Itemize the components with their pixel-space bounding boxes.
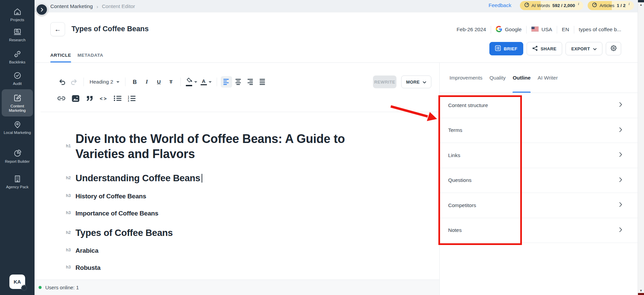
articles-value: 1 / 2 (617, 3, 626, 8)
target-keyword: types of coffee b... (579, 27, 621, 33)
export-label: EXPORT (571, 46, 590, 51)
breadcrumb-section[interactable]: Content Marketing (50, 3, 93, 9)
tab-outline[interactable]: Outline (513, 63, 530, 93)
chevron-right-icon (619, 227, 622, 234)
scroll-down-arrow[interactable]: ▼ (638, 289, 644, 292)
divider (491, 26, 491, 34)
sidebar-item-projects[interactable]: Projects (2, 7, 33, 22)
sidebar-item-audit[interactable]: Audit (2, 71, 33, 86)
section-content-structure[interactable]: Content structure (440, 93, 638, 118)
quote-icon (87, 96, 93, 101)
assistant-panel-tabs: Improvements Quality Outline AI Writer (440, 63, 638, 93)
caret-down-icon (209, 81, 212, 83)
brief-button[interactable]: BRIEF (489, 42, 523, 55)
section-terms[interactable]: Terms (440, 118, 638, 143)
share-button[interactable]: SHARE (527, 42, 562, 55)
info-icon[interactable]: i (578, 2, 579, 6)
section-label: Competitors (448, 202, 476, 208)
undo-icon (58, 79, 66, 85)
numbered-list-button[interactable]: 123 (126, 93, 138, 104)
settings-button[interactable] (606, 42, 621, 55)
section-label: Terms (448, 127, 462, 133)
sidebar-item-label: Backlinks (9, 60, 25, 64)
sidebar-item-backlinks[interactable]: Backlinks (2, 50, 33, 64)
doc-heading-text: Understanding Coffee Beans (75, 173, 200, 183)
ai-words-label: AI Words (532, 3, 550, 8)
export-button[interactable]: EXPORT (566, 42, 602, 55)
heading-tag-label: h3 (57, 192, 75, 200)
users-online-text: Users online: 1 (45, 285, 79, 290)
doc-heading-text: Dive Into the World of Coffee Beans: A G… (75, 131, 377, 161)
tab-article[interactable]: ARTICLE (50, 53, 71, 58)
more-button[interactable]: MORE (401, 76, 431, 88)
bold-button[interactable]: B (129, 76, 141, 88)
tab-ai-writer[interactable]: AI Writer (538, 63, 558, 93)
highlight-color-button[interactable] (184, 78, 199, 86)
back-button[interactable]: ← (50, 22, 65, 36)
editor-toolbar-row2: <> 123 (56, 92, 138, 104)
feedback-link[interactable]: Feedback (488, 2, 511, 8)
heading-style-select[interactable]: Heading 2 (88, 79, 121, 85)
divider (125, 78, 125, 86)
code-block-button[interactable]: <> (98, 93, 109, 104)
sidebar-item-label: Projects (10, 18, 24, 22)
underline-button[interactable]: U (153, 76, 165, 88)
usa-flag-icon (531, 27, 539, 33)
sidebar-expand-toggle[interactable] (36, 4, 48, 15)
scroll-up-arrow[interactable]: ▲ (638, 3, 644, 6)
sidebar-item-report-builder[interactable]: Report Builder (2, 149, 33, 164)
section-questions[interactable]: Questions (440, 168, 638, 193)
sidebar-item-content-marketing[interactable]: Content Marketing (2, 89, 33, 116)
page-title: Types of Coffee Beans (71, 25, 149, 33)
tab-metadata[interactable]: METADATA (77, 53, 103, 58)
align-left-button[interactable] (221, 76, 232, 88)
ai-words-badge[interactable]: AI Words 592 / 2,000 i (520, 1, 584, 10)
align-justify-icon (260, 79, 265, 85)
share-icon (532, 46, 538, 52)
redo-button[interactable] (68, 76, 80, 88)
rewrite-button[interactable]: REWRITE (373, 76, 396, 88)
blockquote-button[interactable] (84, 93, 95, 104)
divider (84, 78, 84, 86)
sidebar-item-label: Research (9, 38, 25, 42)
divider (526, 26, 527, 34)
tab-improvements[interactable]: Improvements (449, 63, 482, 93)
section-notes[interactable]: Notes (440, 218, 638, 243)
insert-link-button[interactable] (56, 93, 67, 104)
align-right-button[interactable] (245, 76, 256, 88)
align-justify-button[interactable] (257, 76, 268, 88)
current-text-color (201, 84, 207, 86)
caret-down-icon (194, 81, 197, 83)
user-avatar[interactable]: KA (9, 275, 25, 289)
article-date: Feb-26 2024 (457, 27, 486, 33)
sidebar-item-research[interactable]: Research (2, 28, 33, 42)
country-item: USA (531, 27, 552, 33)
align-center-icon (235, 79, 241, 85)
articles-badge[interactable]: Articles 1 / 2 i (588, 1, 634, 10)
settings-gear-icon[interactable] (20, 284, 28, 292)
chevron-right-icon (40, 7, 44, 12)
section-links[interactable]: Links (440, 143, 638, 168)
bullet-list-button[interactable] (112, 93, 123, 104)
sidebar-item-local-marketing[interactable]: Local Marketing (2, 120, 33, 135)
article-editor-body[interactable]: h1 Dive Into the World of Coffee Beans: … (57, 131, 386, 272)
scrollbar-thumb[interactable] (638, 0, 644, 2)
text-color-button[interactable]: A (199, 79, 213, 86)
align-center-button[interactable] (233, 76, 244, 88)
info-icon[interactable]: i (629, 2, 630, 6)
sidebar-item-agency-pack[interactable]: Agency Pack (2, 175, 33, 189)
assistant-panel-header: Improvements Quality Outline AI Writer (440, 63, 638, 93)
italic-button[interactable]: I (141, 76, 153, 88)
pie-chart-icon (13, 149, 22, 158)
page-scrollbar[interactable]: ▲ ▼ (638, 0, 644, 295)
divider (41, 112, 439, 112)
backlink-icon (13, 50, 22, 58)
fill-color-icon (186, 78, 193, 84)
breadcrumb: Content Marketing › Content Editor (50, 3, 135, 10)
undo-button[interactable] (56, 76, 68, 88)
strikethrough-button[interactable]: T (165, 76, 177, 88)
section-competitors[interactable]: Competitors (440, 193, 638, 218)
doc-block-h3: h3 Importance of Coffee Beans (57, 209, 386, 217)
insert-image-button[interactable] (70, 93, 81, 104)
tab-quality[interactable]: Quality (489, 63, 505, 93)
